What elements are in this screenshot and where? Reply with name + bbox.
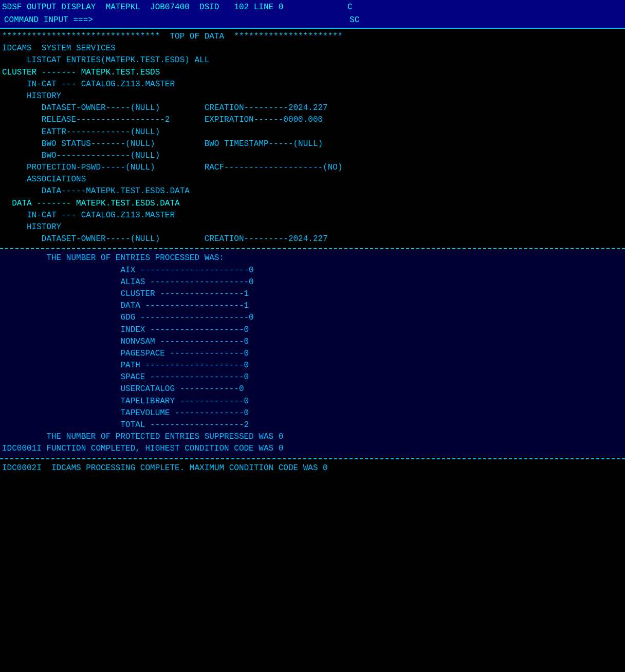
content-line-16: IN-CAT --- CATALOG.Z113.MASTER	[2, 210, 623, 221]
header-section: SDSF OUTPUT DISPLAY MATEPKL JOB07400 DSI…	[0, 0, 625, 29]
lower-line-0: THE NUMBER OF ENTRIES PROCESSED WAS:	[2, 252, 623, 264]
header-line1: SDSF OUTPUT DISPLAY MATEPKL JOB07400 DSI…	[2, 1, 623, 13]
lower-line-13: TAPEVOLUME --------------0	[2, 407, 623, 419]
content-line-8: RELEASE------------------2 EXPIRATION---…	[2, 114, 623, 126]
lower-line-8: PAGESPACE ---------------0	[2, 348, 623, 360]
lower-line-14: TOTAL -------------------2	[2, 419, 623, 431]
top-of-data-marker: ******************************** TOP OF …	[2, 31, 623, 43]
lower-line-16: IDC0001I FUNCTION COMPLETED, HIGHEST CON…	[2, 443, 623, 455]
main-content: ******************************** TOP OF …	[0, 29, 625, 247]
cluster-line: CLUSTER ------- MATEPK.TEST.ESDS	[2, 67, 623, 79]
bottom-section: IDC0002I IDCAMS PROCESSING COMPLETE. MAX…	[0, 460, 625, 476]
content-line-11: BWO---------------(NULL)	[2, 150, 623, 162]
content-line-1: IDCAMS SYSTEM SERVICES	[2, 43, 623, 54]
lower-line-5: GDG ----------------------0	[2, 312, 623, 324]
lower-line-12: TAPELIBRARY -------------0	[2, 396, 623, 407]
lower-section: THE NUMBER OF ENTRIES PROCESSED WAS: AIX…	[0, 250, 625, 457]
content-line-14: DATA-----MATEPK.TEST.ESDS.DATA	[2, 185, 623, 197]
lower-line-10: SPACE -------------------0	[2, 371, 623, 383]
content-line-7: DATASET-OWNER-----(NULL) CREATION-------…	[2, 102, 623, 114]
content-line-6: HISTORY	[2, 90, 623, 102]
content-line-5: IN-CAT --- CATALOG.Z113.MASTER	[2, 79, 623, 90]
lower-line-7: NONVSAM -----------------0	[2, 336, 623, 348]
lower-line-15: THE NUMBER OF PROTECTED ENTRIES SUPPRESS…	[2, 431, 623, 443]
content-line-10: BWO STATUS-------(NULL) BWO TIMESTAMP---…	[2, 138, 623, 150]
command-input-line[interactable]: COMMAND INPUT ===> SC	[2, 13, 623, 27]
content-line-17: HISTORY	[2, 221, 623, 233]
content-line-9: EATTR-------------(NULL)	[2, 126, 623, 138]
bottom-completion-line: IDC0002I IDCAMS PROCESSING COMPLETE. MAX…	[2, 462, 623, 474]
mid-divider	[0, 248, 625, 249]
lower-line-2: ALIAS --------------------0	[2, 276, 623, 288]
content-line-18: DATASET-OWNER-----(NULL) CREATION-------…	[2, 233, 623, 245]
lower-line-4: DATA --------------------1	[2, 300, 623, 312]
lower-line-6: INDEX -------------------0	[2, 324, 623, 336]
content-line-12: PROTECTION-PSWD-----(NULL) RACF---------…	[2, 162, 623, 174]
lower-line-9: PATH --------------------0	[2, 360, 623, 371]
content-line-3: LISTCAT ENTRIES(MATEPK.TEST.ESDS) ALL	[2, 54, 623, 66]
content-line-13: ASSOCIATIONS	[2, 174, 623, 185]
bottom-divider	[0, 458, 625, 459]
lower-line-1: AIX ----------------------0	[2, 265, 623, 276]
lower-line-11: USERCATALOG ------------0	[2, 383, 623, 395]
lower-line-3: CLUSTER -----------------1	[2, 288, 623, 300]
terminal-window: SDSF OUTPUT DISPLAY MATEPKL JOB07400 DSI…	[0, 0, 625, 476]
data-line: DATA ------- MATEPK.TEST.ESDS.DATA	[2, 198, 623, 210]
